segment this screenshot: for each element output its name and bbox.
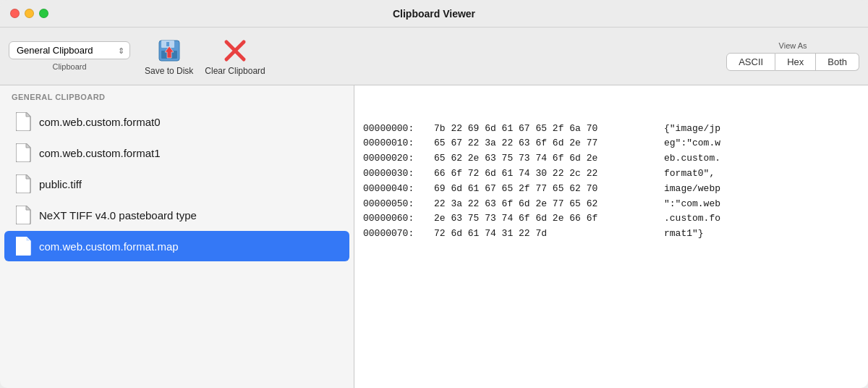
clipboard-select-wrapper: General Clipboard Find Clipboard [9,41,130,59]
clipboard-item[interactable]: NeXT TIFF v4.0 pasteboard type [4,200,349,230]
clear-clipboard-label: Clear Clipboard [205,66,265,76]
clear-icon [221,37,249,64]
hex-line: 00000000:7b 22 69 6d 61 67 65 2f 6a 70{"… [363,122,859,137]
hex-line: 00000010:65 67 22 3a 22 63 6f 6d 2e 77eg… [363,136,859,151]
toolbar: General Clipboard Find Clipboard Clipboa… [0,28,868,85]
hex-bytes: 66 6f 72 6d 61 74 30 22 2c 22 [434,166,658,182]
file-icon [16,237,32,256]
file-icon [16,206,32,224]
traffic-lights [10,9,48,18]
hex-bytes: 7b 22 69 6d 61 67 65 2f 6a 70 [434,122,658,137]
clipboard-select-group: General Clipboard Find Clipboard Clipboa… [9,41,130,71]
hex-bytes: 72 6d 61 74 31 22 7d [434,227,658,242]
view-as-buttons: ASCII Hex Both [726,53,859,71]
hex-ascii: image/webp [664,182,720,197]
hex-ascii: rmat1"} [664,227,704,242]
hex-bytes: 65 67 22 3a 22 63 6f 6d 2e 77 [434,136,658,151]
main-content: GENERAL CLIPBOARD com.web.custom.format0… [0,85,868,388]
hex-address: 00000070: [363,227,428,242]
clipboard-items-list: com.web.custom.format0 com.web.custom.fo… [0,106,354,388]
hex-ascii: format0", [664,166,715,182]
hex-line: 00000050:22 3a 22 63 6f 6d 2e 77 65 62":… [363,197,859,212]
window-title: Clipboard Viewer [393,8,475,20]
view-hex-button[interactable]: Hex [775,53,816,71]
item-name: com.web.custom.format1 [39,147,161,159]
item-name: com.web.custom.format0 [39,116,161,128]
hex-ascii: eg":"com.w [664,136,720,151]
save-icon [156,37,183,64]
clipboard-item[interactable]: public.tiff [4,169,349,199]
hex-bytes: 69 6d 61 67 65 2f 77 65 62 70 [434,182,658,197]
save-to-disk-label: Save to Disk [145,66,193,76]
item-name: NeXT TIFF v4.0 pasteboard type [39,209,197,222]
item-name: com.web.custom.format.map [39,240,179,253]
view-as-label: View As [779,41,807,50]
section-header: GENERAL CLIPBOARD [0,85,354,106]
clipboard-item[interactable]: com.web.custom.format1 [4,138,349,168]
close-button[interactable] [10,9,20,18]
hex-ascii: {"image/jp [664,122,720,137]
file-icon [16,143,32,162]
toolbar-actions: Save to Disk Clear Clipboard [145,37,265,76]
svg-rect-2 [166,42,169,46]
minimize-button[interactable] [25,9,34,18]
hex-line: 00000020:65 62 2e 63 75 73 74 6f 6d 2eeb… [363,151,859,166]
clipboard-select[interactable]: General Clipboard Find Clipboard [9,41,130,59]
hex-ascii: eb.custom. [664,151,720,166]
hex-line: 00000060:2e 63 75 73 74 6f 6d 2e 66 6f.c… [363,211,859,227]
hex-address: 00000060: [363,211,428,227]
hex-bytes: 65 62 2e 63 75 73 74 6f 6d 2e [434,151,658,166]
left-panel: GENERAL CLIPBOARD com.web.custom.format0… [0,85,354,388]
item-name: public.tiff [39,178,82,190]
hex-content: 00000000:7b 22 69 6d 61 67 65 2f 6a 70{"… [363,91,859,382]
view-both-button[interactable]: Both [816,53,859,71]
hex-line: 00000030:66 6f 72 6d 61 74 30 22 2c 22fo… [363,166,859,182]
maximize-button[interactable] [39,9,48,18]
right-panel: 00000000:7b 22 69 6d 61 67 65 2f 6a 70{"… [354,85,868,388]
title-bar: Clipboard Viewer [0,0,868,28]
hex-address: 00000050: [363,197,428,212]
clipboard-item[interactable]: com.web.custom.format.map [4,231,349,261]
clipboard-item[interactable]: com.web.custom.format0 [4,106,349,137]
view-ascii-button[interactable]: ASCII [726,53,775,71]
hex-ascii: ":"com.web [664,197,720,212]
hex-bytes: 2e 63 75 73 74 6f 6d 2e 66 6f [434,211,658,227]
clipboard-label: Clipboard [52,62,86,71]
hex-address: 00000000: [363,122,428,137]
save-to-disk-button[interactable]: Save to Disk [145,37,193,76]
clear-clipboard-button[interactable]: Clear Clipboard [205,37,265,76]
hex-line: 00000070:72 6d 61 74 31 22 7drmat1"} [363,227,859,242]
hex-address: 00000020: [363,151,428,166]
hex-address: 00000010: [363,136,428,151]
hex-ascii: .custom.fo [664,211,720,227]
hex-bytes: 22 3a 22 63 6f 6d 2e 77 65 62 [434,197,658,212]
hex-address: 00000030: [363,166,428,182]
hex-address: 00000040: [363,182,428,197]
file-icon [16,174,32,193]
file-icon [16,112,32,131]
view-as-section: View As ASCII Hex Both [726,41,859,71]
hex-line: 00000040:69 6d 61 67 65 2f 77 65 62 70im… [363,182,859,197]
